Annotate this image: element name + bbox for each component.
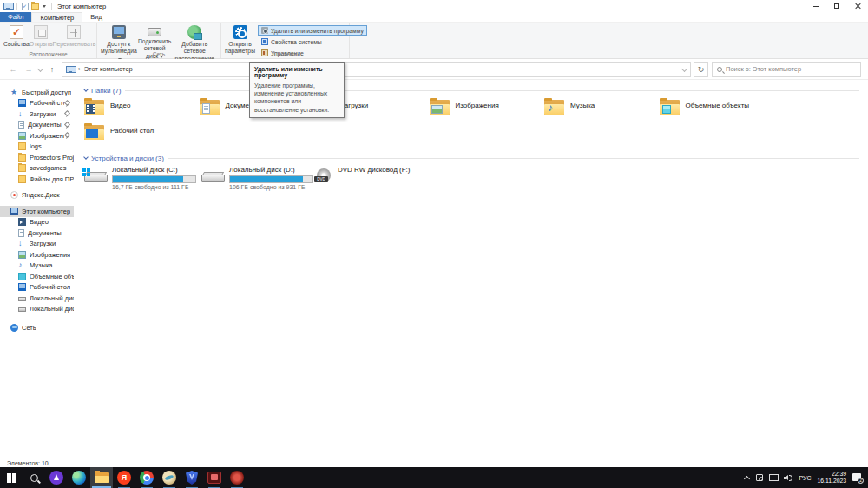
folder-tile-label: Объемные объекты [686, 102, 750, 109]
devices-section-header[interactable]: Устройства и диски (3) [84, 153, 868, 163]
sidebar-item-рабочий-стол[interactable]: Рабочий стол [0, 282, 74, 293]
minimize-icon [813, 6, 819, 7]
sidebar-item-видео[interactable]: Видео [0, 217, 74, 228]
globe-game-icon[interactable] [158, 467, 181, 488]
sidebar-item-музыка[interactable]: Музыка [0, 260, 74, 272]
recent-locations-dropdown-icon[interactable] [38, 67, 43, 71]
folder-tile-pictures[interactable]: Изображения [430, 98, 545, 123]
shield-app-icon[interactable] [181, 467, 203, 488]
downloads-icon [18, 110, 26, 118]
sidebar-item-документы[interactable]: Документы [0, 120, 74, 131]
language-indicator[interactable]: РУС [799, 475, 811, 481]
objects3d-icon [18, 273, 26, 280]
folder-tile-label: Изображения [456, 102, 499, 109]
sidebar-item-локальный-диск-c[interactable]: Локальный диск (C [0, 293, 74, 304]
file-explorer-icon[interactable] [90, 467, 113, 488]
breadcrumb[interactable]: › Этот компьютер [62, 62, 691, 77]
up-button[interactable]: ↑ [46, 65, 58, 74]
tab-file[interactable]: Файл [0, 12, 31, 22]
sidebar-item-объемные-объект[interactable]: Объемные объект [0, 271, 74, 282]
close-button[interactable] [847, 0, 868, 12]
sidebar-item-этот-компьютер[interactable]: Этот компьютер [0, 206, 74, 217]
search-input[interactable] [726, 65, 856, 73]
folders-section-header[interactable]: Папки (7) [84, 85, 868, 96]
items-count: Элементов: 10 [7, 460, 49, 466]
drive-name: DVD RW дисковод (F:) [338, 166, 410, 174]
start-button-icon[interactable] [0, 467, 23, 488]
sidebar-item-яндекс-диск[interactable]: Яндекс.Диск [0, 190, 74, 201]
sidebar-item-сеть[interactable]: Сеть [0, 322, 74, 333]
collapse-chevron-icon[interactable] [83, 87, 89, 92]
folder-icon [660, 100, 680, 115]
clock[interactable]: 22:39 16.11.2023 [817, 471, 846, 485]
folder-tile-objects3d[interactable]: Объемные объекты [660, 98, 775, 123]
volume-icon[interactable] [784, 474, 792, 482]
yandex-browser-icon[interactable]: Я [113, 467, 135, 488]
sidebar-item-изображения[interactable]: Изображения [0, 130, 74, 142]
sidebar-item-рабочий-стол[interactable]: Рабочий стол [0, 98, 74, 109]
back-button[interactable]: ← [7, 65, 19, 74]
tab-view[interactable]: Вид [82, 12, 110, 22]
settings-gear-icon [233, 25, 247, 39]
sidebar-item-logs[interactable]: logs [0, 142, 74, 153]
taskbar-search-icon[interactable] [23, 467, 45, 488]
sidebar-item-загрузки[interactable]: Загрузки [0, 109, 74, 120]
sidebar-item-savedgames[interactable]: savedgames [0, 163, 74, 175]
properties-qat-icon[interactable] [22, 3, 29, 10]
folder-tile-desktop[interactable]: Рабочий стол [84, 123, 200, 148]
uninstall-program-button[interactable]: Удалить или изменить программу [258, 25, 367, 36]
dvd-drive-icon [314, 168, 333, 184]
tray-overflow-chevron-icon[interactable] [745, 475, 750, 480]
document-icon [18, 229, 24, 237]
breadcrumb-location[interactable]: Этот компьютер [84, 65, 133, 73]
sidebar-item-локальный-диск-d[interactable]: Локальный диск (D [0, 304, 74, 315]
folder-tile-video[interactable]: Видео [84, 98, 200, 123]
sidebar-item-label: Документы [28, 229, 62, 237]
ribbon-tabs: Файл Компьютер Вид [0, 12, 868, 23]
new-folder-qat-icon[interactable] [31, 3, 39, 10]
address-dropdown-icon[interactable] [682, 67, 687, 71]
chrome-browser-icon[interactable] [135, 467, 158, 488]
edge-browser-icon[interactable] [68, 467, 90, 488]
alice-app-icon[interactable] [45, 467, 68, 488]
refresh-button[interactable]: ↻ [694, 62, 708, 77]
network-location-icon [187, 25, 201, 39]
local-disk-tile[interactable]: Локальный диск (C:)16,7 ГБ свободно из 1… [84, 166, 201, 190]
sidebar-item-label: Загрузки [30, 240, 56, 247]
restore-button[interactable] [826, 0, 847, 12]
minimize-button[interactable] [806, 0, 826, 12]
folder-tile-music[interactable]: Музыка [544, 98, 660, 123]
sidebar-item-быстрый-доступ[interactable]: Быстрый доступ [0, 87, 74, 98]
properties-button[interactable]: Свойства [3, 24, 30, 48]
system-properties-button[interactable]: Свойства системы [258, 36, 367, 47]
sidebar-item-файлы-для-просе[interactable]: Файлы для ПРОСЕ [0, 174, 74, 185]
rename-icon [67, 25, 81, 39]
tooltip-body: Удаление программы, изменение установлен… [254, 82, 339, 114]
sidebar-item-загрузки[interactable]: Загрузки [0, 239, 74, 250]
restore-icon [834, 3, 839, 9]
sidebar-item-изображения[interactable]: Изображения [0, 249, 74, 260]
forward-button[interactable]: → [23, 65, 35, 74]
tray-device-icon[interactable] [756, 474, 763, 481]
ribbon-group-location: Свойства Открыть Переименовать Расположе… [0, 23, 97, 58]
network-icon [10, 324, 18, 332]
tray-date: 16.11.2023 [817, 478, 846, 485]
action-center-button[interactable]: 2 [852, 473, 863, 483]
collapse-chevron-icon[interactable] [83, 155, 89, 160]
capture-app-icon[interactable] [203, 467, 226, 488]
sidebar-item-label: Изображения [30, 251, 70, 259]
sidebar-item-prosectors-project-v[interactable]: Prosectors Project v [0, 152, 74, 163]
divider [125, 90, 860, 91]
sidebar-item-label: Сеть [22, 324, 36, 332]
customize-qat-dropdown-icon[interactable] [43, 5, 46, 8]
explorer-window: Этот компьютер Файл Компьютер Вид Свойст… [0, 0, 868, 467]
dvd-drive-tile[interactable]: DVD RW дисковод (F:) [314, 166, 453, 190]
sidebar-item-документы[interactable]: Документы [0, 228, 74, 239]
local-disk-tile[interactable]: Локальный диск (D:)106 ГБ свободно из 93… [201, 166, 314, 190]
properties-icon [10, 25, 23, 39]
red-game-icon[interactable] [226, 467, 248, 488]
network-icon[interactable] [769, 474, 778, 481]
tab-computer[interactable]: Компьютер [31, 12, 82, 22]
folder-icon [18, 164, 26, 172]
drive-icon [18, 307, 26, 312]
